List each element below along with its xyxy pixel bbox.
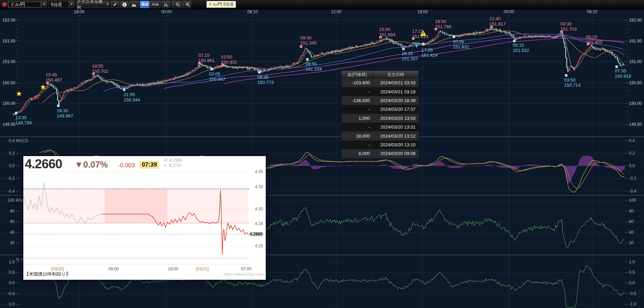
yield-x-axis-label: [03/20]: [45, 267, 70, 271]
pair-select-value: ドル/円: [10, 1, 25, 8]
yield-popup: 4.2660 ▼0.07% -0.003 07:39 H: 4.2980 L: …: [23, 156, 266, 280]
yield-last-price: 4.2660: [25, 157, 62, 171]
yield-x-axis-label: 19:00: [161, 267, 185, 271]
order-row[interactable]: -2024/03/20 13:31: [342, 123, 419, 131]
datetime-cell: 2024/03/21 03:33: [373, 78, 419, 87]
datetime-cell: 2024/03/20 13:10: [373, 140, 419, 149]
down-triangle-icon: ▼: [75, 160, 83, 169]
yield-y-axis-label: 4.28: [249, 221, 263, 226]
mountain-icon: [131, 2, 137, 7]
zoom-in-icon: [186, 2, 190, 7]
draw-pencil-button[interactable]: [111, 1, 119, 8]
yield-caption: 【米国債10年利回り】: [24, 271, 70, 277]
datetime-cell: 2024/03/20 13:31: [373, 123, 419, 131]
area-chart-button[interactable]: [130, 1, 139, 8]
datetime-cell: 2024/03/21 03:19: [373, 87, 419, 96]
orders-table: 益(円換算) 注文日時 -103,6002024/03/21 03:33-202…: [342, 71, 419, 158]
pnl-cell: 8,000: [342, 149, 373, 158]
bid-toggle-button[interactable]: Bid: [140, 1, 149, 8]
orders-col-datetime: 注文日時: [373, 71, 419, 78]
zoom-in-button[interactable]: ↕: [182, 1, 191, 8]
yield-high-low: H: 4.2980 L: 4.2710: [164, 158, 182, 168]
yield-x-axis-label: 09:00: [101, 267, 126, 271]
bid-label: Bid: [141, 2, 148, 7]
orders-table-body: -103,6002024/03/21 03:33-2024/03/21 03:1…: [342, 78, 419, 158]
pnl-cell: -: [342, 140, 373, 149]
orders-col-pnl: 益(円換算): [342, 71, 373, 78]
technical-select-button[interactable]: テクニカル選択 ▼: [77, 1, 109, 8]
chevron-down-icon: ▼: [43, 3, 46, 6]
datetime-cell: 2024/03/20 18:39: [373, 96, 419, 105]
timeframe-select[interactable]: 5分足: [48, 1, 69, 8]
pencil-icon: [112, 2, 117, 7]
pnl-cell: 18,000: [342, 131, 373, 140]
timeframe-select-value: 5分足: [51, 1, 62, 8]
yield-low: L: 4.2710: [164, 163, 182, 168]
record-icon: [2, 2, 7, 7]
datetime-cell: 2024/03/20 13:12: [373, 131, 419, 140]
ask-toggle-button[interactable]: Ask: [150, 1, 161, 8]
ask-label: Ask: [152, 2, 159, 7]
fx-chart-app: 18:0000:0006:1012:0018:0000:0006:10152.0…: [0, 0, 644, 308]
zoom-out-icon: [176, 2, 180, 7]
rsi-panel-label: RSI: [16, 198, 23, 203]
updown-arrow-icon: ↕: [173, 3, 174, 6]
zoom-out-button[interactable]: ↕: [172, 1, 181, 8]
order-row[interactable]: -2024/03/20 13:10: [342, 140, 419, 149]
yield-change-value: -0.003: [118, 162, 135, 169]
order-row[interactable]: 8,0002024/03/20 09:08: [342, 149, 419, 158]
yield-y-axis-label: 4.25: [249, 244, 263, 248]
chart-tooltip: ドル/円 5分足: [206, 1, 236, 8]
pnl-cell: -: [342, 87, 373, 96]
chevron-down-icon: ▼: [106, 3, 109, 6]
info-icon: i: [122, 2, 127, 7]
pair-dropdown-button[interactable]: ▼: [41, 1, 47, 8]
yield-x-axis-label: 07:00: [234, 267, 258, 271]
pnl-cell: -103,600: [342, 78, 373, 87]
pnl-cell: 1,000: [342, 114, 373, 123]
technical-select-label: テクニカル選択: [77, 0, 105, 10]
order-row[interactable]: 18,0002024/03/20 13:12: [342, 131, 419, 140]
order-row[interactable]: -2024/03/21 03:19: [342, 87, 419, 96]
order-row[interactable]: 1,0002024/03/20 13:53: [342, 114, 419, 123]
datetime-cell: 2024/03/20 13:53: [373, 114, 419, 123]
pair-select[interactable]: ドル/円: [8, 1, 41, 8]
orders-table-header: 益(円換算) 注文日時: [342, 71, 419, 78]
yield-chart: [23, 156, 266, 280]
chevron-down-icon: ▼: [70, 3, 73, 6]
order-row[interactable]: -136,5002024/03/20 18:39: [342, 96, 419, 105]
yield-high: H: 4.2980: [164, 158, 182, 163]
datetime-cell: 2024/03/20 17:37: [373, 105, 419, 114]
updown-arrow-icon: ↕: [183, 3, 185, 6]
pnl-cell: -136,500: [342, 96, 373, 105]
yield-y-axis-label: 4.33: [249, 184, 263, 189]
yield-y-axis-label: 4.35: [249, 169, 263, 174]
bar-chart-button[interactable]: [162, 1, 170, 8]
yield-y-axis-label: 4.30: [249, 207, 263, 211]
bar-chart-icon: [164, 2, 169, 7]
info-button[interactable]: i: [120, 1, 129, 8]
yield-quote-time: 07:39: [140, 161, 159, 169]
timeframe-dropdown-button[interactable]: ▼: [69, 1, 74, 8]
pnl-cell: -: [342, 123, 373, 131]
order-row[interactable]: -2024/03/20 17:37: [342, 105, 419, 114]
yield-current-tag: 4.2660: [249, 232, 264, 237]
yield-change-percent: ▼0.07%: [75, 160, 108, 170]
pnl-cell: -: [342, 105, 373, 114]
datetime-cell: 2024/03/20 09:08: [373, 149, 419, 158]
order-row[interactable]: -103,6002024/03/21 03:33: [342, 78, 419, 87]
yield-x-axis-label: [03/21]: [190, 267, 215, 271]
toolbar: ドル/円 ▼ 5分足 ▼ テクニカル選択 ▼ i Bid A: [0, 0, 644, 9]
watermark-url: https://nikkei225jp.com/: [224, 272, 264, 276]
macd-panel-label: MACD: [16, 138, 28, 143]
